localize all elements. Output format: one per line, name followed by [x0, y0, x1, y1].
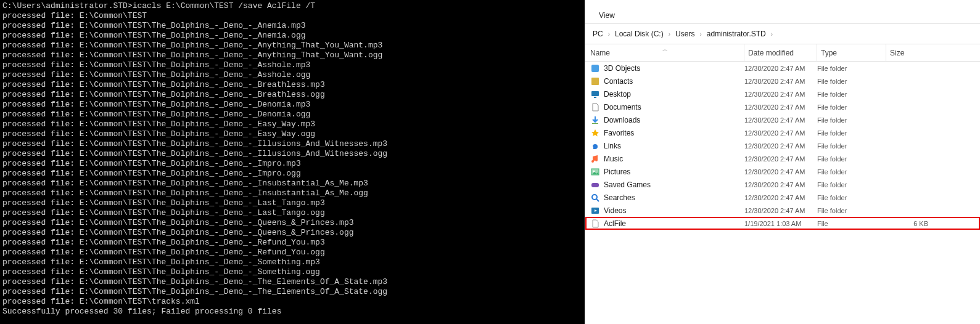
- column-header-type[interactable]: Type: [817, 44, 886, 61]
- svg-rect-4: [592, 123, 598, 124]
- contacts-icon: [590, 76, 600, 86]
- file-date-cell: 12/30/2020 2:47 AM: [744, 181, 817, 188]
- file-name-label: Saved Games: [604, 180, 651, 189]
- chevron-right-icon: ›: [697, 31, 704, 38]
- command-prompt[interactable]: C:\Users\administrator.STD>icacls E:\Com…: [0, 0, 585, 324]
- file-name-cell: AclFile: [590, 219, 744, 229]
- file-row[interactable]: Saved Games12/30/2020 2:47 AMFile folder: [585, 178, 980, 191]
- file-type-cell: File folder: [817, 168, 886, 176]
- file-type-cell: File: [817, 220, 886, 227]
- column-header-date[interactable]: Date modified: [744, 44, 817, 61]
- file-name-cell: Documents: [590, 102, 744, 112]
- file-type-cell: File folder: [817, 78, 886, 85]
- file-row[interactable]: Desktop12/30/2020 2:47 AMFile folder: [585, 87, 980, 100]
- file-name-label: AclFile: [604, 219, 626, 228]
- file-name-label: Music: [604, 155, 623, 163]
- file-type-cell: File folder: [817, 91, 886, 98]
- link-icon: [590, 141, 600, 151]
- breadcrumb-item[interactable]: PC: [590, 27, 606, 41]
- breadcrumb[interactable]: PC›Local Disk (C:)›Users›administrator.S…: [585, 23, 980, 44]
- file-type-cell: File folder: [817, 142, 886, 150]
- file-name-cell: Favorites: [590, 128, 744, 138]
- file-type-cell: File folder: [817, 207, 886, 214]
- file-name-cell: Pictures: [590, 167, 744, 177]
- file-row[interactable]: Videos12/30/2020 2:47 AMFile folder: [585, 204, 980, 217]
- file-name-cell: Desktop: [590, 89, 744, 99]
- svg-rect-3: [594, 97, 596, 98]
- doc-icon: [590, 102, 600, 112]
- svg-rect-7: [591, 183, 599, 187]
- chevron-right-icon: ›: [768, 31, 775, 38]
- file-type-cell: File folder: [817, 65, 886, 72]
- file-name-label: Documents: [604, 103, 641, 111]
- breadcrumb-item[interactable]: Users: [673, 27, 697, 41]
- file-name-cell: Saved Games: [590, 180, 744, 190]
- column-header-size[interactable]: Size: [886, 44, 939, 61]
- file-date-cell: 12/30/2020 2:47 AM: [744, 116, 817, 124]
- file-type-cell: File folder: [817, 194, 886, 201]
- file-type-cell: File folder: [817, 155, 886, 163]
- file-name-cell: Music: [590, 154, 744, 164]
- file-row[interactable]: Music12/30/2020 2:47 AMFile folder: [585, 152, 980, 165]
- file-type-cell: File folder: [817, 129, 886, 137]
- file-date-cell: 12/30/2020 2:47 AM: [744, 78, 817, 85]
- file-row[interactable]: 3D Objects12/30/2020 2:47 AMFile folder: [585, 62, 980, 75]
- down-icon: [590, 115, 600, 125]
- sort-arrow-icon: ︿: [662, 46, 668, 54]
- file-name-label: Downloads: [604, 116, 640, 124]
- pic-icon: [590, 167, 600, 177]
- file-icon: [590, 219, 600, 229]
- file-name-label: 3D Objects: [604, 64, 640, 73]
- file-date-cell: 12/30/2020 2:47 AM: [744, 65, 817, 72]
- file-name-label: Pictures: [604, 168, 630, 176]
- game-icon: [590, 180, 600, 190]
- file-date-cell: 1/19/2021 1:03 AM: [744, 220, 817, 227]
- ribbon-tab-view[interactable]: View: [593, 7, 621, 23]
- file-type-cell: File folder: [817, 181, 886, 188]
- file-name-label: Contacts: [604, 77, 633, 86]
- file-date-cell: 12/30/2020 2:47 AM: [744, 155, 817, 163]
- file-date-cell: 12/30/2020 2:47 AM: [744, 91, 817, 98]
- ribbon: View: [585, 0, 980, 23]
- file-row[interactable]: Searches12/30/2020 2:47 AMFile folder: [585, 191, 980, 204]
- chevron-right-icon: ›: [606, 31, 612, 38]
- file-date-cell: 12/30/2020 2:47 AM: [744, 168, 817, 176]
- file-name-label: Videos: [604, 206, 626, 215]
- file-name-label: Searches: [604, 193, 635, 202]
- file-name-cell: Downloads: [590, 115, 744, 125]
- svg-rect-1: [591, 78, 599, 85]
- svg-line-9: [596, 199, 599, 201]
- svg-point-8: [592, 195, 597, 200]
- breadcrumb-item[interactable]: administrator.STD: [704, 27, 768, 41]
- file-date-cell: 12/30/2020 2:47 AM: [744, 129, 817, 137]
- video-icon: [590, 206, 600, 216]
- file-row[interactable]: Downloads12/30/2020 2:47 AMFile folder: [585, 113, 980, 126]
- file-row[interactable]: Pictures12/30/2020 2:47 AMFile folder: [585, 165, 980, 178]
- file-name-cell: Contacts: [590, 76, 744, 86]
- file-date-cell: 12/30/2020 2:47 AM: [744, 194, 817, 201]
- file-name-cell: Links: [590, 141, 744, 151]
- file-row[interactable]: Contacts12/30/2020 2:47 AMFile folder: [585, 75, 980, 87]
- file-date-cell: 12/30/2020 2:47 AM: [744, 103, 817, 111]
- file-size-cell: 6 KB: [886, 220, 933, 227]
- chevron-right-icon: ›: [666, 31, 673, 38]
- file-explorer: View PC›Local Disk (C:)›Users›administra…: [585, 0, 980, 324]
- file-row[interactable]: Favorites12/30/2020 2:47 AMFile folder: [585, 126, 980, 139]
- file-name-cell: Videos: [590, 206, 744, 216]
- file-row[interactable]: Links12/30/2020 2:47 AMFile folder: [585, 139, 980, 152]
- file-type-cell: File folder: [817, 103, 886, 111]
- file-row[interactable]: Documents12/30/2020 2:47 AMFile folder: [585, 100, 980, 113]
- file-row-highlighted[interactable]: AclFile1/19/2021 1:03 AMFile6 KB: [585, 217, 980, 230]
- file-date-cell: 12/30/2020 2:47 AM: [744, 142, 817, 150]
- file-type-cell: File folder: [817, 116, 886, 124]
- file-date-cell: 12/30/2020 2:47 AM: [744, 207, 817, 214]
- breadcrumb-item[interactable]: Local Disk (C:): [612, 27, 666, 41]
- file-name-cell: Searches: [590, 193, 744, 203]
- search-icon: [590, 193, 600, 203]
- file-name-label: Links: [604, 142, 621, 150]
- music-icon: [590, 154, 600, 164]
- file-name-cell: 3D Objects: [590, 63, 744, 73]
- file-name-label: Desktop: [604, 90, 631, 99]
- 3d-icon: [590, 63, 600, 73]
- file-list[interactable]: 3D Objects12/30/2020 2:47 AMFile folderC…: [585, 62, 980, 324]
